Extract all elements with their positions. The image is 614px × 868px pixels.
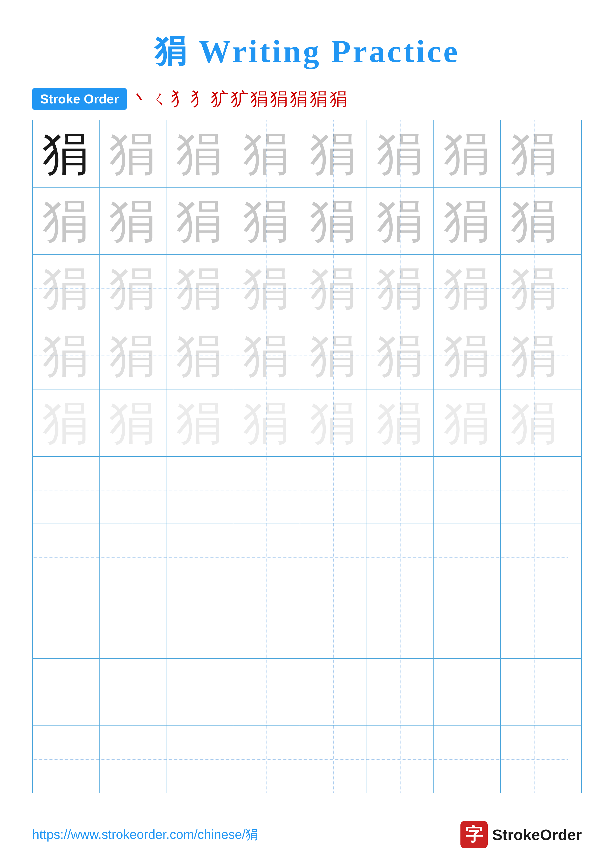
grid-row-2: 狷 狷 狷 狷 狷 狷 狷 狷 [33, 188, 581, 255]
grid-cell[interactable] [501, 726, 568, 793]
grid-cell[interactable]: 狷 [99, 389, 166, 456]
grid-cell[interactable]: 狷 [166, 322, 233, 389]
grid-cell[interactable]: 狷 [99, 322, 166, 389]
char-fade: 狷 [444, 130, 491, 177]
grid-cell[interactable]: 狷 [434, 120, 501, 187]
grid-cell[interactable] [367, 726, 434, 793]
grid-cell[interactable] [99, 659, 166, 725]
grid-cell[interactable] [233, 659, 300, 725]
grid-cell[interactable] [367, 524, 434, 591]
grid-cell[interactable] [501, 524, 568, 591]
char-fade: 狷 [444, 197, 491, 245]
grid-cell[interactable] [434, 524, 501, 591]
grid-cell[interactable]: 狷 [367, 120, 434, 187]
grid-cell[interactable] [166, 726, 233, 793]
grid-cell[interactable]: 狷 [99, 255, 166, 322]
grid-cell[interactable]: 狷 [33, 322, 99, 389]
grid-cell[interactable]: 狷 [233, 322, 300, 389]
grid-cell[interactable]: 狷 [501, 389, 568, 456]
grid-cell[interactable] [300, 591, 367, 658]
stroke-step-8: 狷 [270, 90, 288, 108]
grid-cell[interactable]: 狷 [367, 255, 434, 322]
grid-cell[interactable]: 狷 [233, 255, 300, 322]
char-fade: 狷 [310, 197, 357, 245]
grid-cell[interactable]: 狷 [99, 120, 166, 187]
grid-cell[interactable]: 狷 [166, 120, 233, 187]
grid-cell[interactable]: 狷 [501, 120, 568, 187]
logo-icon: 字 [460, 821, 488, 848]
grid-cell[interactable]: 狷 [501, 188, 568, 254]
grid-cell[interactable] [99, 591, 166, 658]
grid-cell[interactable]: 狷 [300, 389, 367, 456]
grid-cell[interactable] [367, 659, 434, 725]
grid-cell[interactable]: 狷 [300, 188, 367, 254]
grid-cell[interactable]: 狷 [501, 322, 568, 389]
grid-cell[interactable] [300, 726, 367, 793]
grid-cell[interactable] [300, 457, 367, 524]
grid-cell[interactable]: 狷 [434, 322, 501, 389]
grid-row-6 [33, 457, 581, 524]
grid-cell[interactable] [501, 457, 568, 524]
grid-cell[interactable]: 狷 [33, 389, 99, 456]
grid-cell[interactable]: 狷 [434, 255, 501, 322]
char-fade: 狷 [176, 332, 223, 379]
grid-cell[interactable]: 狷 [166, 188, 233, 254]
grid-cell[interactable] [501, 659, 568, 725]
grid-cell[interactable] [99, 726, 166, 793]
grid-cell[interactable]: 狷 [233, 188, 300, 254]
grid-cell[interactable] [33, 524, 99, 591]
grid-cell[interactable] [33, 457, 99, 524]
grid-cell[interactable] [501, 591, 568, 658]
grid-cell[interactable]: 狷 [367, 389, 434, 456]
grid-cell[interactable] [434, 659, 501, 725]
grid-cell[interactable] [33, 659, 99, 725]
char-fade: 狷 [444, 265, 491, 312]
page-title: 狷 Writing Practice [0, 0, 614, 73]
grid-cell[interactable]: 狷 [367, 188, 434, 254]
grid-cell[interactable] [367, 591, 434, 658]
grid-cell[interactable] [434, 591, 501, 658]
grid-cell[interactable]: 狷 [367, 322, 434, 389]
char-fade: 狷 [42, 265, 89, 312]
grid-cell[interactable]: 狷 [434, 188, 501, 254]
grid-cell[interactable]: 狷 [233, 389, 300, 456]
grid-cell[interactable]: 狷 [166, 389, 233, 456]
grid-cell[interactable] [33, 591, 99, 658]
grid-cell[interactable] [233, 524, 300, 591]
grid-cell[interactable]: 狷 [99, 188, 166, 254]
grid-cell[interactable] [99, 524, 166, 591]
grid-cell[interactable] [300, 659, 367, 725]
char-fade: 狷 [243, 399, 290, 446]
grid-cell[interactable] [99, 457, 166, 524]
grid-cell[interactable] [367, 457, 434, 524]
footer-url[interactable]: https://www.strokeorder.com/chinese/狷 [32, 826, 258, 843]
grid-cell[interactable]: 狷 [300, 322, 367, 389]
char-fade: 狷 [243, 265, 290, 312]
grid-cell[interactable] [300, 524, 367, 591]
grid-cell[interactable] [166, 524, 233, 591]
grid-cell[interactable]: 狷 [33, 120, 99, 187]
grid-cell[interactable]: 狷 [300, 120, 367, 187]
grid-cell[interactable] [166, 659, 233, 725]
grid-cell[interactable]: 狷 [233, 120, 300, 187]
grid-cell[interactable] [166, 591, 233, 658]
grid-cell[interactable]: 狷 [434, 389, 501, 456]
grid-cell[interactable] [33, 726, 99, 793]
grid-cell[interactable] [233, 591, 300, 658]
grid-cell[interactable] [434, 726, 501, 793]
grid-cell[interactable]: 狷 [300, 255, 367, 322]
grid-cell[interactable] [233, 457, 300, 524]
grid-cell[interactable]: 狷 [33, 255, 99, 322]
grid-cell[interactable] [434, 457, 501, 524]
char-fade: 狷 [176, 130, 223, 177]
grid-cell[interactable] [233, 726, 300, 793]
char-fade: 狷 [42, 399, 89, 446]
grid-cell[interactable]: 狷 [501, 255, 568, 322]
grid-cell[interactable]: 狷 [166, 255, 233, 322]
grid-row-7 [33, 524, 581, 591]
grid-cell[interactable] [166, 457, 233, 524]
char-fade: 狷 [176, 399, 223, 446]
char-fade: 狷 [511, 197, 558, 245]
char-fade: 狷 [377, 332, 424, 379]
grid-cell[interactable]: 狷 [33, 188, 99, 254]
